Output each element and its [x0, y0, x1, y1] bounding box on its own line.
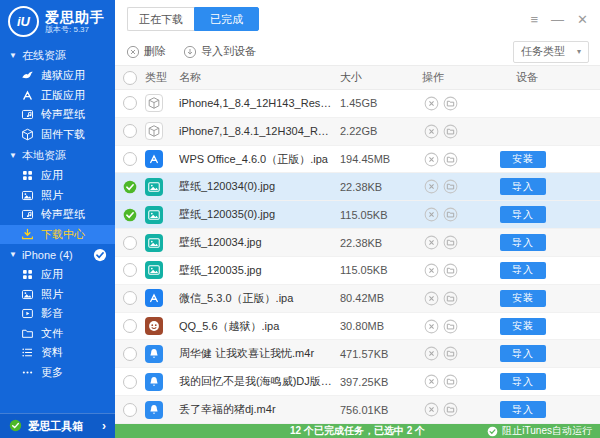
row-delete-icon[interactable]: [424, 319, 439, 334]
table-row[interactable]: WPS Office_4.6.0（正版）.ipa194.45MB安装: [115, 146, 600, 174]
row-open-folder-icon[interactable]: [443, 402, 458, 417]
row-action-button[interactable]: 导入: [500, 345, 546, 362]
tab-downloading[interactable]: 正在下载: [127, 7, 194, 31]
row-action-button[interactable]: 安装: [500, 318, 546, 335]
row-select-radio[interactable]: [123, 375, 137, 389]
row-delete-icon[interactable]: [424, 96, 439, 111]
close-icon[interactable]: ✕: [577, 13, 588, 26]
task-type-dropdown[interactable]: 任务类型 ▾: [513, 41, 589, 63]
table-row[interactable]: 我的回忆不是我(海鸣威)DJ版.m4r397.25KB导入: [115, 368, 600, 396]
row-select-radio[interactable]: [123, 124, 137, 138]
device-check-icon: [93, 248, 107, 262]
sidebar-item[interactable]: 文件: [0, 324, 115, 344]
row-action-button[interactable]: 导入: [500, 234, 546, 251]
row-open-folder-icon[interactable]: [443, 96, 458, 111]
sidebar-item[interactable]: 铃声壁纸: [0, 105, 115, 125]
row-select-radio[interactable]: [123, 319, 137, 333]
table-row[interactable]: 壁纸_120035(0).jpg115.05KB导入: [115, 201, 600, 229]
row-delete-icon[interactable]: [424, 263, 439, 278]
row-open-folder-icon[interactable]: [443, 374, 458, 389]
row-action-button[interactable]: 导入: [500, 373, 546, 390]
row-select-radio[interactable]: [123, 347, 137, 361]
row-select-radio[interactable]: [123, 403, 137, 417]
tab-completed[interactable]: 已完成: [194, 7, 259, 31]
row-select-radio[interactable]: [123, 152, 137, 166]
import-to-device-button[interactable]: 导入到设备: [183, 44, 256, 59]
table-row[interactable]: 壁纸_120034(0).jpg22.38KB导入: [115, 173, 600, 201]
download-center-icon: [21, 228, 34, 241]
row-selected-check-icon[interactable]: [123, 208, 137, 222]
row-delete-icon[interactable]: [424, 179, 439, 194]
table-row[interactable]: iPhone4,1_8.4_12H143_Restore.ipsw1.45GB: [115, 90, 600, 118]
sidebar-item[interactable]: 资料: [0, 343, 115, 363]
row-delete-icon[interactable]: [424, 402, 439, 417]
row-action-button[interactable]: 安装: [500, 151, 546, 168]
table-row[interactable]: QQ_5.6（越狱）.ipa30.80MB安装: [115, 313, 600, 341]
sidebar-item[interactable]: 更多: [0, 363, 115, 383]
row-action-button[interactable]: 导入: [500, 178, 546, 195]
row-select-radio[interactable]: [123, 96, 137, 110]
sidebar-section-2[interactable]: ▼iPhone (4): [0, 244, 115, 265]
appstore-file-icon: [145, 289, 163, 307]
table-row[interactable]: 周华健 让我欢喜让我忧.m4r471.57KB导入: [115, 340, 600, 368]
row-delete-icon[interactable]: [424, 207, 439, 222]
row-open-folder-icon[interactable]: [443, 235, 458, 250]
table-row[interactable]: 壁纸_120034.jpg22.38KB导入: [115, 229, 600, 257]
sidebar-item[interactable]: 应用: [0, 166, 115, 186]
table-row[interactable]: 微信_5.3.0（正版）.ipa80.42MB安装: [115, 285, 600, 313]
row-open-folder-icon[interactable]: [443, 346, 458, 361]
photos-icon: [21, 189, 34, 202]
sidebar-item[interactable]: 正版应用: [0, 86, 115, 106]
row-delete-icon[interactable]: [424, 291, 439, 306]
row-action-button[interactable]: 安装: [500, 290, 546, 307]
chevron-right-icon: ›: [102, 419, 106, 433]
sidebar-item[interactable]: 铃声壁纸: [0, 205, 115, 225]
row-select-radio[interactable]: [123, 291, 137, 305]
row-delete-icon[interactable]: [424, 152, 439, 167]
row-action-button[interactable]: 导入: [500, 401, 546, 418]
row-action-button[interactable]: 导入: [500, 262, 546, 279]
row-open-folder-icon[interactable]: [443, 263, 458, 278]
sidebar-item-label: 应用: [41, 168, 63, 183]
app-logo: iU 爱思助手 版本号: 5.37: [0, 0, 115, 41]
sidebar-item[interactable]: 应用: [0, 265, 115, 285]
row-open-folder-icon[interactable]: [443, 152, 458, 167]
sidebar-item-label: 照片: [41, 287, 63, 302]
row-select-radio[interactable]: [123, 263, 137, 277]
row-open-folder-icon[interactable]: [443, 179, 458, 194]
table-row[interactable]: 壁纸_120035.jpg115.05KB导入: [115, 257, 600, 285]
sidebar-item[interactable]: 越狱应用: [0, 66, 115, 86]
sidebar-item-label: 铃声壁纸: [41, 207, 85, 222]
table-row[interactable]: 丢了幸福的猪dj.m4r756.01KB导入: [115, 396, 600, 424]
row-select-radio[interactable]: [123, 236, 137, 250]
row-open-folder-icon[interactable]: [443, 207, 458, 222]
sidebar-item[interactable]: 固件下载: [0, 125, 115, 145]
row-action-button[interactable]: 导入: [500, 206, 546, 223]
appstore-file-icon: [145, 150, 163, 168]
row-open-folder-icon[interactable]: [443, 319, 458, 334]
sidebar-item-label: 照片: [41, 188, 63, 203]
sidebar-section-0[interactable]: ▼在线资源: [0, 44, 115, 66]
table-row[interactable]: iPhone7,1_8.4.1_12H304_Restore.ipsw2.22G…: [115, 118, 600, 146]
row-open-folder-icon[interactable]: [443, 291, 458, 306]
toolbox-button[interactable]: 爱思工具箱 ›: [0, 413, 115, 438]
file-name: 壁纸_120034.jpg: [179, 235, 340, 250]
image-file-icon: [145, 261, 163, 279]
row-delete-icon[interactable]: [424, 235, 439, 250]
menu-icon[interactable]: ≡: [531, 13, 539, 26]
sidebar-item[interactable]: 下载中心: [0, 225, 115, 245]
row-delete-icon[interactable]: [424, 374, 439, 389]
delete-button[interactable]: 删除: [126, 44, 166, 59]
select-all-radio[interactable]: [123, 71, 137, 85]
sidebar-item[interactable]: 照片: [0, 285, 115, 305]
minimize-icon[interactable]: —: [551, 13, 564, 26]
row-delete-icon[interactable]: [424, 346, 439, 361]
sidebar-item-label: 正版应用: [41, 88, 85, 103]
sidebar-item[interactable]: 照片: [0, 186, 115, 206]
sidebar-section-1[interactable]: ▼本地资源: [0, 144, 115, 166]
row-open-folder-icon[interactable]: [443, 124, 458, 139]
row-delete-icon[interactable]: [424, 124, 439, 139]
block-itunes-toggle[interactable]: 阻止iTunes自动运行: [487, 424, 592, 438]
row-selected-check-icon[interactable]: [123, 180, 137, 194]
sidebar-item[interactable]: 影音: [0, 304, 115, 324]
